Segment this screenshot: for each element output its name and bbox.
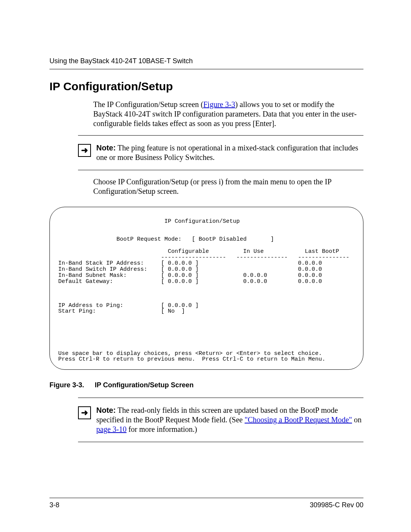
terminal-screen: IP Configuration/Setup BootP Request Mod…	[49, 207, 363, 370]
arrow-right-icon: ➜	[78, 406, 91, 419]
note-body: The ping feature is not operational in a…	[96, 144, 358, 161]
figure-label: Figure 3-3.	[49, 381, 84, 389]
section-title: IP Configuration/Setup	[49, 80, 363, 93]
intro-paragraph: The IP Configuration/Setup screen (Figur…	[93, 100, 363, 128]
page-ref-link[interactable]: page 3-10	[96, 425, 126, 433]
note-label: Note:	[96, 406, 116, 414]
page-number: 3-8	[49, 501, 59, 509]
figure-caption: Figure 3-3.IP Configuration/Setup Screen	[49, 381, 363, 389]
bootp-mode-link[interactable]: "Choosing a BootP Request Mode"	[245, 415, 352, 424]
note-block-1: ➜ Note: The ping feature is not operatio…	[78, 135, 363, 170]
intro-pre: The IP Configuration/Setup screen (	[93, 100, 203, 109]
figure-title: IP Configuration/Setup Screen	[95, 381, 194, 389]
note-label: Note:	[96, 144, 116, 152]
choose-paragraph: Choose IP Configuration/Setup (or press …	[93, 177, 363, 196]
note-2-text: Note: The read-only fields in this scree…	[96, 406, 363, 434]
note-block-2: ➜ Note: The read-only fields in this scr…	[78, 398, 363, 442]
figure-ref-link[interactable]: Figure 3-3	[203, 100, 235, 109]
arrow-right-icon: ➜	[78, 144, 91, 157]
page-footer: 3-8 309985-C Rev 00	[49, 498, 363, 509]
doc-number: 309985-C Rev 00	[310, 501, 363, 509]
note2-mid: on	[352, 415, 362, 424]
running-head: Using the BayStack 410-24T 10BASE-T Swit…	[49, 57, 363, 69]
note2-post: for more information.)	[126, 425, 197, 433]
note-1-text: Note: The ping feature is not operationa…	[96, 143, 363, 162]
